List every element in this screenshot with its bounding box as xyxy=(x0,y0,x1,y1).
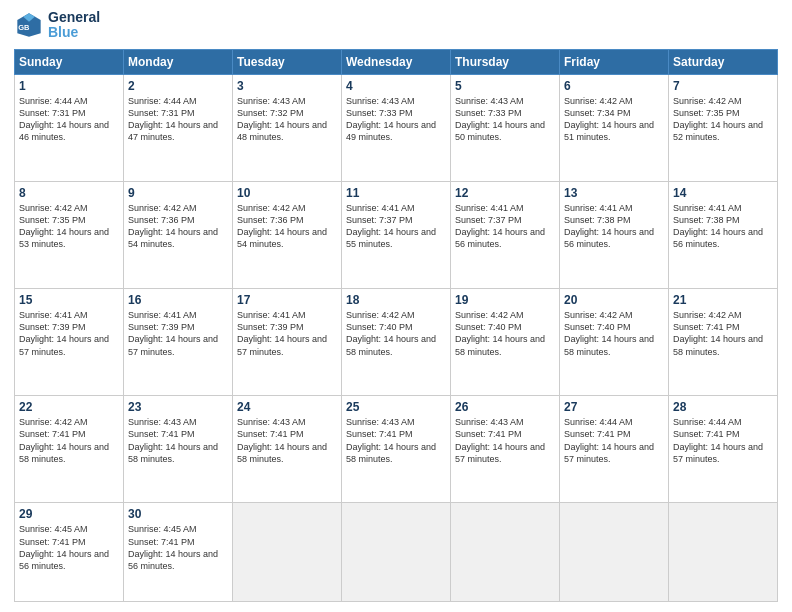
day-info: Sunrise: 4:42 AMSunset: 7:41 PMDaylight:… xyxy=(19,416,119,465)
logo: GB General Blue xyxy=(14,10,100,41)
calendar-day-12: 12Sunrise: 4:41 AMSunset: 7:37 PMDayligh… xyxy=(451,181,560,288)
calendar-week-1: 1Sunrise: 4:44 AMSunset: 7:31 PMDaylight… xyxy=(15,74,778,181)
day-number: 4 xyxy=(346,79,446,93)
day-info: Sunrise: 4:41 AMSunset: 7:38 PMDaylight:… xyxy=(673,202,773,251)
calendar-header-row: SundayMondayTuesdayWednesdayThursdayFrid… xyxy=(15,49,778,74)
day-info: Sunrise: 4:41 AMSunset: 7:37 PMDaylight:… xyxy=(346,202,446,251)
page: GB General Blue SundayMondayTuesdayWedne… xyxy=(0,0,792,612)
weekday-header-saturday: Saturday xyxy=(669,49,778,74)
day-number: 9 xyxy=(128,186,228,200)
calendar-day-7: 7Sunrise: 4:42 AMSunset: 7:35 PMDaylight… xyxy=(669,74,778,181)
calendar-day-empty xyxy=(560,503,669,602)
day-number: 19 xyxy=(455,293,555,307)
calendar-day-28: 28Sunrise: 4:44 AMSunset: 7:41 PMDayligh… xyxy=(669,396,778,503)
calendar-day-18: 18Sunrise: 4:42 AMSunset: 7:40 PMDayligh… xyxy=(342,289,451,396)
day-info: Sunrise: 4:42 AMSunset: 7:36 PMDaylight:… xyxy=(237,202,337,251)
calendar-day-25: 25Sunrise: 4:43 AMSunset: 7:41 PMDayligh… xyxy=(342,396,451,503)
calendar-day-27: 27Sunrise: 4:44 AMSunset: 7:41 PMDayligh… xyxy=(560,396,669,503)
calendar-day-empty xyxy=(451,503,560,602)
day-number: 17 xyxy=(237,293,337,307)
day-info: Sunrise: 4:42 AMSunset: 7:41 PMDaylight:… xyxy=(673,309,773,358)
day-info: Sunrise: 4:43 AMSunset: 7:41 PMDaylight:… xyxy=(128,416,228,465)
calendar-week-2: 8Sunrise: 4:42 AMSunset: 7:35 PMDaylight… xyxy=(15,181,778,288)
weekday-header-wednesday: Wednesday xyxy=(342,49,451,74)
calendar-day-30: 30Sunrise: 4:45 AMSunset: 7:41 PMDayligh… xyxy=(124,503,233,602)
day-info: Sunrise: 4:44 AMSunset: 7:41 PMDaylight:… xyxy=(673,416,773,465)
day-info: Sunrise: 4:43 AMSunset: 7:33 PMDaylight:… xyxy=(455,95,555,144)
calendar-day-22: 22Sunrise: 4:42 AMSunset: 7:41 PMDayligh… xyxy=(15,396,124,503)
weekday-header-tuesday: Tuesday xyxy=(233,49,342,74)
day-number: 11 xyxy=(346,186,446,200)
calendar-day-empty xyxy=(669,503,778,602)
day-info: Sunrise: 4:42 AMSunset: 7:36 PMDaylight:… xyxy=(128,202,228,251)
calendar-week-3: 15Sunrise: 4:41 AMSunset: 7:39 PMDayligh… xyxy=(15,289,778,396)
day-info: Sunrise: 4:42 AMSunset: 7:40 PMDaylight:… xyxy=(455,309,555,358)
day-number: 3 xyxy=(237,79,337,93)
day-number: 22 xyxy=(19,400,119,414)
day-number: 28 xyxy=(673,400,773,414)
calendar-day-17: 17Sunrise: 4:41 AMSunset: 7:39 PMDayligh… xyxy=(233,289,342,396)
calendar-week-5: 29Sunrise: 4:45 AMSunset: 7:41 PMDayligh… xyxy=(15,503,778,602)
day-info: Sunrise: 4:45 AMSunset: 7:41 PMDaylight:… xyxy=(128,523,228,572)
day-number: 6 xyxy=(564,79,664,93)
day-info: Sunrise: 4:41 AMSunset: 7:38 PMDaylight:… xyxy=(564,202,664,251)
day-info: Sunrise: 4:44 AMSunset: 7:41 PMDaylight:… xyxy=(564,416,664,465)
calendar-day-19: 19Sunrise: 4:42 AMSunset: 7:40 PMDayligh… xyxy=(451,289,560,396)
day-number: 21 xyxy=(673,293,773,307)
day-info: Sunrise: 4:42 AMSunset: 7:35 PMDaylight:… xyxy=(19,202,119,251)
weekday-header-monday: Monday xyxy=(124,49,233,74)
calendar-day-4: 4Sunrise: 4:43 AMSunset: 7:33 PMDaylight… xyxy=(342,74,451,181)
day-info: Sunrise: 4:43 AMSunset: 7:32 PMDaylight:… xyxy=(237,95,337,144)
day-info: Sunrise: 4:44 AMSunset: 7:31 PMDaylight:… xyxy=(128,95,228,144)
logo-icon: GB xyxy=(14,10,44,40)
day-number: 26 xyxy=(455,400,555,414)
calendar-day-2: 2Sunrise: 4:44 AMSunset: 7:31 PMDaylight… xyxy=(124,74,233,181)
day-number: 18 xyxy=(346,293,446,307)
calendar-day-20: 20Sunrise: 4:42 AMSunset: 7:40 PMDayligh… xyxy=(560,289,669,396)
day-info: Sunrise: 4:41 AMSunset: 7:39 PMDaylight:… xyxy=(19,309,119,358)
calendar-day-3: 3Sunrise: 4:43 AMSunset: 7:32 PMDaylight… xyxy=(233,74,342,181)
calendar-day-10: 10Sunrise: 4:42 AMSunset: 7:36 PMDayligh… xyxy=(233,181,342,288)
day-info: Sunrise: 4:44 AMSunset: 7:31 PMDaylight:… xyxy=(19,95,119,144)
day-number: 14 xyxy=(673,186,773,200)
day-number: 27 xyxy=(564,400,664,414)
day-number: 20 xyxy=(564,293,664,307)
day-info: Sunrise: 4:43 AMSunset: 7:33 PMDaylight:… xyxy=(346,95,446,144)
header: GB General Blue xyxy=(14,10,778,41)
day-number: 13 xyxy=(564,186,664,200)
calendar-day-8: 8Sunrise: 4:42 AMSunset: 7:35 PMDaylight… xyxy=(15,181,124,288)
calendar-table: SundayMondayTuesdayWednesdayThursdayFrid… xyxy=(14,49,778,602)
day-info: Sunrise: 4:45 AMSunset: 7:41 PMDaylight:… xyxy=(19,523,119,572)
weekday-header-friday: Friday xyxy=(560,49,669,74)
day-number: 24 xyxy=(237,400,337,414)
calendar-day-29: 29Sunrise: 4:45 AMSunset: 7:41 PMDayligh… xyxy=(15,503,124,602)
calendar-week-4: 22Sunrise: 4:42 AMSunset: 7:41 PMDayligh… xyxy=(15,396,778,503)
day-info: Sunrise: 4:42 AMSunset: 7:35 PMDaylight:… xyxy=(673,95,773,144)
calendar-day-1: 1Sunrise: 4:44 AMSunset: 7:31 PMDaylight… xyxy=(15,74,124,181)
calendar-day-15: 15Sunrise: 4:41 AMSunset: 7:39 PMDayligh… xyxy=(15,289,124,396)
day-number: 1 xyxy=(19,79,119,93)
day-info: Sunrise: 4:41 AMSunset: 7:39 PMDaylight:… xyxy=(237,309,337,358)
day-info: Sunrise: 4:43 AMSunset: 7:41 PMDaylight:… xyxy=(346,416,446,465)
calendar-day-26: 26Sunrise: 4:43 AMSunset: 7:41 PMDayligh… xyxy=(451,396,560,503)
calendar-day-empty xyxy=(233,503,342,602)
day-number: 7 xyxy=(673,79,773,93)
day-info: Sunrise: 4:42 AMSunset: 7:34 PMDaylight:… xyxy=(564,95,664,144)
calendar-day-5: 5Sunrise: 4:43 AMSunset: 7:33 PMDaylight… xyxy=(451,74,560,181)
calendar-day-empty xyxy=(342,503,451,602)
day-number: 16 xyxy=(128,293,228,307)
logo-text: General Blue xyxy=(48,10,100,41)
day-number: 15 xyxy=(19,293,119,307)
svg-text:GB: GB xyxy=(18,23,30,32)
calendar-day-16: 16Sunrise: 4:41 AMSunset: 7:39 PMDayligh… xyxy=(124,289,233,396)
day-number: 23 xyxy=(128,400,228,414)
day-number: 12 xyxy=(455,186,555,200)
day-info: Sunrise: 4:41 AMSunset: 7:39 PMDaylight:… xyxy=(128,309,228,358)
weekday-header-sunday: Sunday xyxy=(15,49,124,74)
day-number: 30 xyxy=(128,507,228,521)
day-info: Sunrise: 4:43 AMSunset: 7:41 PMDaylight:… xyxy=(237,416,337,465)
calendar-day-6: 6Sunrise: 4:42 AMSunset: 7:34 PMDaylight… xyxy=(560,74,669,181)
calendar-day-13: 13Sunrise: 4:41 AMSunset: 7:38 PMDayligh… xyxy=(560,181,669,288)
calendar-day-23: 23Sunrise: 4:43 AMSunset: 7:41 PMDayligh… xyxy=(124,396,233,503)
weekday-header-thursday: Thursday xyxy=(451,49,560,74)
